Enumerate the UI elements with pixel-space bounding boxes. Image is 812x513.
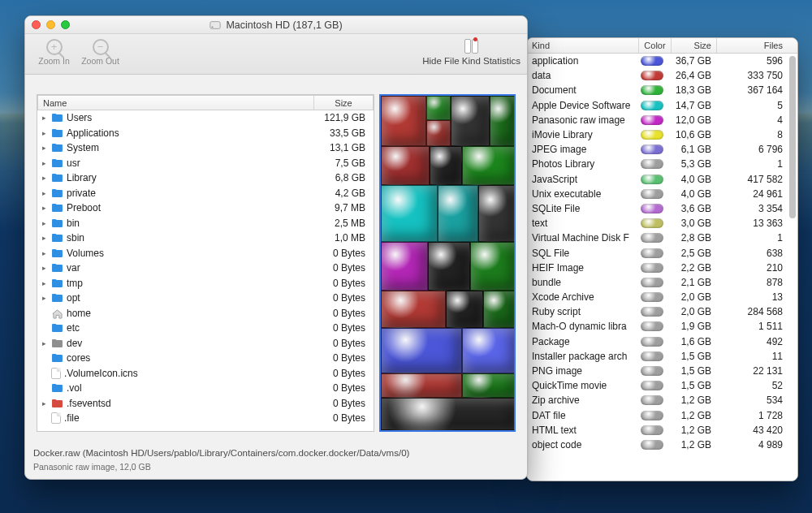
- tree-row[interactable]: .VolumeIcon.icns 0 Bytes: [37, 366, 374, 382]
- zoom-button[interactable]: [61, 20, 70, 29]
- stats-row[interactable]: Panasonic raw image 12,0 GB 4: [527, 113, 797, 127]
- treemap-tile[interactable]: [438, 185, 478, 242]
- tree-row[interactable]: ▸ sbin 1,0 MB: [37, 231, 374, 246]
- tree-row[interactable]: ▸ tmp 0 Bytes: [37, 276, 374, 291]
- tree-row[interactable]: ▸ usr 7,5 GB: [37, 156, 374, 171]
- tree-row[interactable]: ▸ Library 6,8 GB: [37, 170, 374, 186]
- stats-row[interactable]: Ruby script 2,0 GB 284 568: [527, 304, 797, 319]
- stats-row[interactable]: iMovie Library 10,6 GB 8: [527, 127, 797, 142]
- tree-row[interactable]: ▸ Users 121,9 GB: [37, 110, 374, 126]
- disclosure-icon[interactable]: ▸: [41, 189, 48, 197]
- tree-row[interactable]: etc 0 Bytes: [37, 321, 374, 336]
- disclosure-icon[interactable]: ▸: [41, 234, 48, 242]
- treemap-tile[interactable]: [428, 242, 470, 291]
- treemap-tile[interactable]: [381, 328, 462, 373]
- col-size[interactable]: Size: [314, 96, 373, 110]
- disclosure-icon[interactable]: ▸: [41, 144, 48, 152]
- stats-row[interactable]: Package 1,6 GB 492: [527, 334, 797, 349]
- zoom-out-button[interactable]: − Zoom Out: [78, 37, 123, 66]
- disclosure-icon[interactable]: ▸: [41, 264, 48, 272]
- treemap-tile[interactable]: [462, 328, 516, 373]
- tree-row[interactable]: ▸ .fseventsd 0 Bytes: [37, 396, 374, 412]
- tree-row[interactable]: cores 0 Bytes: [37, 351, 374, 366]
- tree-row[interactable]: home 0 Bytes: [37, 306, 374, 321]
- disclosure-icon[interactable]: ▸: [41, 129, 48, 137]
- stats-row[interactable]: data 26,4 GB 333 750: [527, 68, 797, 83]
- stats-row[interactable]: PNG image 1,5 GB 22 131: [527, 364, 797, 378]
- scrollbar-thumb[interactable]: [789, 56, 796, 218]
- stats-row[interactable]: application 36,7 GB 596: [527, 54, 797, 68]
- stats-row[interactable]: object code 1,2 GB 4 989: [527, 438, 797, 452]
- tree-row[interactable]: ▸ Volumes 0 Bytes: [37, 246, 374, 261]
- tree-row[interactable]: .vol 0 Bytes: [37, 381, 374, 396]
- disclosure-icon[interactable]: ▸: [41, 114, 48, 122]
- stats-row[interactable]: Apple Device Software 14,7 GB 5: [527, 98, 797, 113]
- col-files[interactable]: Files: [717, 38, 797, 53]
- close-button[interactable]: [32, 20, 41, 29]
- treemap-tile[interactable]: [381, 185, 438, 242]
- tree-row[interactable]: ▸ private 4,2 GB: [37, 186, 374, 201]
- treemap-tile[interactable]: [381, 146, 430, 185]
- tree-row[interactable]: ▸ var 0 Bytes: [37, 261, 374, 276]
- disclosure-icon[interactable]: ▸: [41, 159, 48, 167]
- stats-row[interactable]: bundle 2,1 GB 878: [527, 275, 797, 290]
- tree-row[interactable]: ▸ opt 0 Bytes: [37, 291, 374, 306]
- treemap-tile[interactable]: [430, 146, 462, 185]
- treemap-tile[interactable]: [381, 96, 426, 146]
- disclosure-icon[interactable]: ▸: [41, 249, 48, 257]
- stats-row[interactable]: Photos Library 5,3 GB 1: [527, 157, 797, 171]
- stats-row[interactable]: Zip archive 1,2 GB 534: [527, 393, 797, 407]
- stats-row[interactable]: text 3,0 GB 13 363: [527, 216, 797, 231]
- stats-row[interactable]: DAT file 1,2 GB 1 728: [527, 408, 797, 423]
- tree-row[interactable]: ▸ dev 0 Bytes: [37, 336, 374, 351]
- stats-row[interactable]: Virtual Machine Disk F 2,8 GB 1: [527, 231, 797, 245]
- stats-row[interactable]: Document 18,3 GB 367 164: [527, 83, 797, 97]
- treemap-tile[interactable]: [478, 185, 516, 242]
- stats-row[interactable]: SQL File 2,5 GB 638: [527, 245, 797, 260]
- col-kind[interactable]: Kind: [527, 38, 639, 53]
- stats-row[interactable]: HTML text 1,2 GB 43 420: [527, 423, 797, 438]
- treemap-tile[interactable]: [470, 242, 516, 291]
- treemap-tile[interactable]: [381, 398, 516, 430]
- stats-row[interactable]: QuickTime movie 1,5 GB 52: [527, 378, 797, 393]
- titlebar[interactable]: Macintosh HD (187,1 GB): [25, 16, 527, 34]
- treemap[interactable]: [379, 94, 516, 432]
- tree-row[interactable]: ▸ bin 2,5 MB: [37, 216, 374, 231]
- treemap-tile[interactable]: [426, 120, 451, 146]
- col-name[interactable]: Name: [38, 96, 314, 110]
- treemap-tile[interactable]: [462, 373, 516, 398]
- disclosure-icon[interactable]: ▸: [41, 204, 48, 212]
- stats-row[interactable]: Installer package arch 1,5 GB 11: [527, 349, 797, 364]
- treemap-tile[interactable]: [483, 291, 516, 328]
- stats-body[interactable]: application 36,7 GB 596data 26,4 GB 333 …: [527, 54, 797, 481]
- tree-row[interactable]: ▸ System 13,1 GB: [37, 140, 374, 156]
- disclosure-icon[interactable]: ▸: [41, 399, 48, 407]
- disclosure-icon[interactable]: ▸: [41, 174, 48, 182]
- col-stats-size[interactable]: Size: [672, 38, 717, 53]
- stats-row[interactable]: JavaScript 4,0 GB 417 582: [527, 172, 797, 187]
- col-color[interactable]: Color: [639, 38, 672, 53]
- disclosure-icon[interactable]: ▸: [41, 339, 48, 347]
- treemap-tile[interactable]: [381, 242, 428, 291]
- treemap-tile[interactable]: [490, 96, 516, 146]
- stats-row[interactable]: Unix executable 4,0 GB 24 961: [527, 187, 797, 201]
- tree-body[interactable]: ▸ Users 121,9 GB ▸ Applications 33,5 GB …: [37, 110, 374, 431]
- tree-row[interactable]: ▸ Applications 33,5 GB: [37, 126, 374, 141]
- tree-row[interactable]: ▸ Preboot 9,7 MB: [37, 200, 374, 216]
- treemap-tile[interactable]: [446, 291, 483, 328]
- hide-stats-button[interactable]: Hide File Kind Statistics: [422, 37, 520, 66]
- stats-row[interactable]: Mach-O dynamic libra 1,9 GB 1 511: [527, 319, 797, 334]
- disclosure-icon[interactable]: ▸: [41, 219, 48, 227]
- minimize-button[interactable]: [46, 20, 55, 29]
- stats-row[interactable]: HEIF Image 2,2 GB 210: [527, 261, 797, 275]
- treemap-tile[interactable]: [426, 96, 451, 120]
- stats-row[interactable]: SQLite File 3,6 GB 3 354: [527, 201, 797, 216]
- tree-row[interactable]: .file 0 Bytes: [37, 411, 374, 426]
- disclosure-icon[interactable]: ▸: [41, 279, 48, 287]
- treemap-tile[interactable]: [462, 146, 516, 185]
- zoom-in-button[interactable]: + Zoom In: [32, 37, 76, 66]
- treemap-tile[interactable]: [381, 373, 462, 398]
- treemap-tile[interactable]: [381, 291, 446, 328]
- stats-row[interactable]: JPEG image 6,1 GB 6 796: [527, 142, 797, 157]
- stats-row[interactable]: Xcode Archive 2,0 GB 13: [527, 290, 797, 304]
